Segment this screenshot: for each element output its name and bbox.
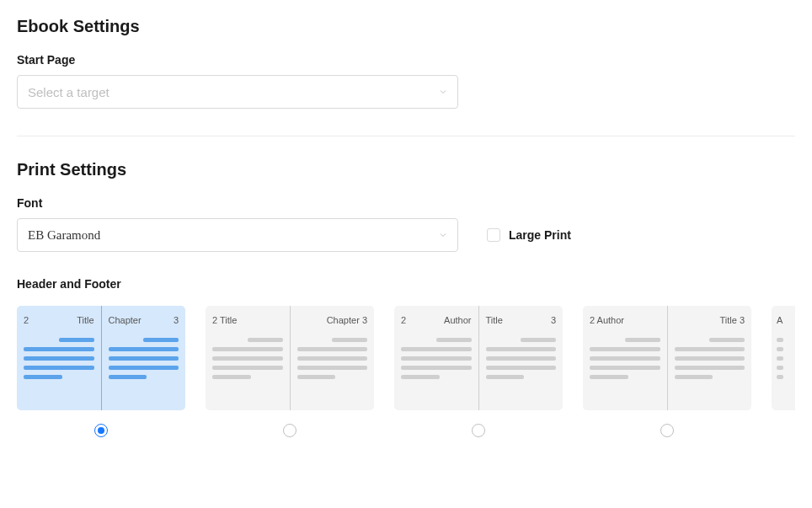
hf-page-left: 2 Author (394, 306, 479, 410)
hf-text-lines (297, 338, 368, 379)
hf-page-right: Title 3 (479, 306, 564, 410)
hf-card[interactable]: 2 Author Title 3 (583, 306, 751, 410)
header-footer-section: Header and Footer 2 Title (17, 277, 795, 449)
hf-text-lines (401, 338, 472, 379)
hf-radio[interactable] (660, 424, 674, 437)
section-divider (17, 136, 795, 136)
large-print-label: Large Print (509, 228, 571, 242)
hf-page-right: Title 3 (668, 306, 752, 410)
hf-page-left: 2 Title (206, 306, 291, 410)
hf-header-left: A (777, 314, 795, 326)
hf-header-left: 2 Title (24, 314, 94, 326)
font-row: EB Garamond Large Print (17, 218, 795, 252)
hf-header-right: Chapter 3 (109, 314, 179, 326)
hf-header-right: Chapter 3 (297, 314, 368, 326)
hf-option-5-truncated: A (772, 306, 795, 437)
print-settings-section: Print Settings Font EB Garamond Large Pr… (17, 160, 795, 252)
hf-card[interactable]: A (772, 306, 795, 410)
hf-radio[interactable] (472, 424, 485, 437)
hf-header-left: 2 Author (590, 314, 660, 326)
start-page-select-wrapper: Select a target (17, 75, 458, 109)
print-settings-title: Print Settings (17, 160, 795, 179)
hf-text-lines (212, 338, 283, 379)
hf-option-3: 2 Author Title 3 (394, 306, 563, 437)
ebook-settings-section: Ebook Settings Start Page Select a targe… (17, 17, 795, 109)
ebook-settings-title: Ebook Settings (17, 17, 795, 36)
hf-option-4: 2 Author Title 3 (583, 306, 751, 437)
large-print-group: Large Print (487, 228, 571, 242)
hf-radio[interactable] (283, 424, 296, 437)
hf-header-right: Title 3 (675, 314, 745, 326)
start-page-placeholder: Select a target (28, 85, 110, 99)
hf-page-right: Chapter 3 (291, 306, 375, 410)
hf-option-2: 2 Title Chapter 3 (206, 306, 374, 437)
hf-text-lines (675, 338, 745, 379)
hf-radio[interactable] (94, 424, 108, 437)
hf-header-right: Title 3 (486, 314, 557, 326)
hf-text-lines (24, 338, 94, 379)
hf-header-left: 2 Title (212, 314, 283, 326)
hf-text-lines (777, 338, 795, 379)
hf-card[interactable]: 2 Title Chapter 3 (17, 306, 185, 410)
header-footer-label: Header and Footer (17, 277, 795, 291)
hf-option-1: 2 Title Chapter 3 (17, 306, 185, 437)
font-select-wrapper: EB Garamond (17, 218, 458, 252)
font-value: EB Garamond (28, 228, 100, 243)
hf-header-left: 2 Author (401, 314, 472, 326)
hf-page-left: 2 Author (583, 306, 668, 410)
large-print-checkbox[interactable] (487, 228, 500, 242)
hf-text-lines (109, 338, 179, 379)
font-label: Font (17, 196, 795, 210)
font-select[interactable]: EB Garamond (17, 218, 458, 252)
hf-page-left: 2 Title (17, 306, 102, 410)
hf-page-right: Chapter 3 (102, 306, 186, 410)
start-page-select[interactable]: Select a target (17, 75, 458, 109)
header-footer-options[interactable]: 2 Title Chapter 3 (17, 306, 795, 449)
start-page-label: Start Page (17, 53, 795, 67)
hf-card[interactable]: 2 Title Chapter 3 (206, 306, 374, 410)
hf-text-lines (590, 338, 660, 379)
hf-card[interactable]: 2 Author Title 3 (394, 306, 563, 410)
hf-text-lines (486, 338, 557, 379)
